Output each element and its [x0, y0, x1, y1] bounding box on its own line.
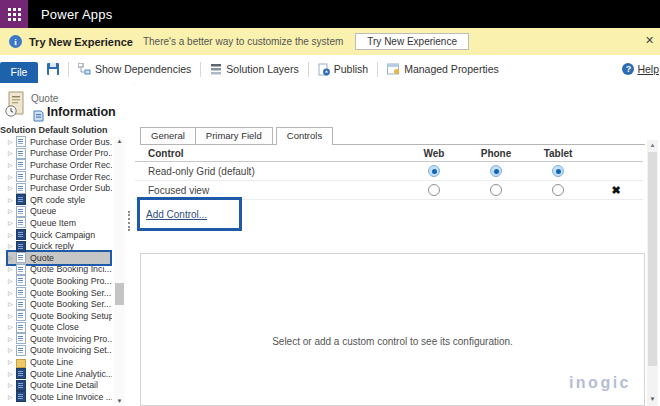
tree-item[interactable]: Purchase Order Sub... [8, 182, 112, 194]
main-scrollbar[interactable] [647, 140, 658, 406]
entity-tree: Purchase Order Bus... Purchase Order Pro… [0, 136, 112, 406]
pane-splitter-grip[interactable] [128, 211, 130, 231]
scroll-down-icon[interactable] [647, 394, 658, 404]
tree-item[interactable]: Queue [8, 206, 112, 218]
managed-properties-label: Managed Properties [404, 63, 499, 75]
tree-scrollbar-thumb[interactable] [115, 283, 124, 305]
power-apps-window: Power Apps i Try New Experience There's … [0, 0, 660, 406]
entity-icon [16, 159, 26, 170]
tree-item[interactable]: Quick Campaign [8, 229, 112, 241]
radio-tablet[interactable] [552, 184, 564, 196]
tree-item[interactable]: Purchase Order Rec... [8, 171, 112, 183]
tab[interactable]: Controls [276, 127, 333, 145]
expand-icon[interactable] [8, 313, 16, 319]
dependencies-icon [78, 63, 91, 75]
expand-icon[interactable] [8, 301, 16, 307]
expand-icon[interactable] [8, 278, 16, 284]
radio-web[interactable] [428, 165, 440, 177]
expand-icon[interactable] [8, 394, 16, 400]
expand-icon[interactable] [8, 208, 16, 214]
tree-item[interactable]: Quote Invoicing Pro... [8, 333, 112, 345]
tree-item[interactable]: Purchase Order Rec... [8, 159, 112, 171]
save-button[interactable] [47, 63, 59, 75]
tree-item[interactable]: Quick reply [8, 240, 112, 252]
main-scrollbar-thumb[interactable] [648, 152, 657, 366]
managed-properties-button[interactable]: Managed Properties [387, 63, 499, 75]
expand-icon[interactable] [8, 243, 16, 249]
expand-icon[interactable] [8, 371, 16, 377]
publish-button[interactable]: Publish [318, 63, 368, 76]
solution-layers-button[interactable]: Solution Layers [210, 63, 298, 75]
expand-icon[interactable] [8, 255, 16, 261]
expand-icon[interactable] [8, 382, 16, 388]
tree-item[interactable]: Quote Invoicing Set... [8, 345, 112, 357]
add-control-link[interactable]: Add Control... [146, 209, 207, 220]
tree-item[interactable]: Queue Item [8, 217, 112, 229]
tree-item[interactable]: Quote [8, 252, 110, 264]
header-phone: Phone [465, 148, 527, 159]
toolbar-separator [200, 62, 201, 77]
scroll-up-icon[interactable] [114, 136, 125, 146]
tree-item[interactable]: QR code style [8, 194, 112, 206]
solution-layers-label: Solution Layers [226, 63, 298, 75]
entity-icon [16, 391, 26, 402]
scroll-down-icon[interactable] [114, 396, 125, 406]
tab[interactable]: Primary Field [196, 127, 273, 144]
entity-icon [16, 229, 26, 240]
tree-item[interactable]: Quote Line [8, 356, 112, 368]
tree-item[interactable]: Quote Booking Ser... [8, 287, 112, 299]
radio-phone[interactable] [490, 165, 502, 177]
tree-item[interactable]: Quote Line Detail [8, 379, 112, 391]
tree-item-label: Quote Booking Setup [30, 311, 112, 321]
toolbar-separator [68, 62, 69, 77]
expand-icon[interactable] [8, 336, 16, 342]
radio-tablet[interactable] [552, 165, 564, 177]
expand-icon[interactable] [8, 197, 16, 203]
tree-item[interactable]: Purchase Order Bus... [8, 136, 112, 148]
expand-icon[interactable] [8, 139, 16, 145]
information-icon [33, 108, 44, 126]
expand-icon[interactable] [8, 232, 16, 238]
remove-control-icon[interactable]: ✖ [589, 184, 643, 197]
tree-item[interactable]: Quote Line Invoice ... [8, 391, 112, 403]
expand-icon[interactable] [8, 290, 16, 296]
tree-item-label: Quick Campaign [30, 230, 95, 240]
expand-icon[interactable] [8, 174, 16, 180]
expand-icon[interactable] [8, 324, 16, 330]
tree-scrollbar[interactable] [114, 136, 125, 406]
expand-icon[interactable] [8, 359, 16, 365]
tree-item-label: Purchase Order Sub... [30, 183, 112, 193]
tree-item-label: Quote Line Invoice ... [30, 392, 112, 402]
expand-icon[interactable] [8, 162, 16, 168]
entity-icon [16, 368, 26, 379]
tree-item[interactable]: Quote Close [8, 322, 112, 334]
tree-item[interactable]: Quote Booking Inci... [8, 264, 112, 276]
tree-item[interactable]: Quote Booking Pro... [8, 275, 112, 287]
radio-phone[interactable] [490, 184, 502, 196]
expand-icon[interactable] [8, 220, 16, 226]
tree-item-label: Quote Line Analytic... [30, 369, 112, 379]
entity-icon [16, 136, 26, 147]
tree-item[interactable]: Quote Booking Setup [8, 310, 112, 322]
app-launcher-waffle-icon[interactable] [0, 0, 28, 28]
entity-configuration-panel: GeneralPrimary FieldControls Control Web… [135, 83, 660, 406]
show-dependencies-button[interactable]: Show Dependencies [78, 63, 191, 75]
expand-icon[interactable] [8, 266, 16, 272]
try-new-experience-button[interactable]: Try New Experience [355, 33, 469, 50]
entity-icon [16, 322, 26, 333]
expand-icon[interactable] [8, 347, 16, 353]
tree-item-label: Quote Booking Pro... [30, 276, 112, 286]
help-button[interactable]: ? Help [622, 55, 660, 83]
expand-icon[interactable] [8, 150, 16, 156]
tree-item[interactable]: Purchase Order Pro... [8, 148, 112, 160]
scroll-up-icon[interactable] [647, 140, 658, 150]
tree-item[interactable]: Quote Booking Ser... [8, 298, 112, 310]
close-icon[interactable]: ✕ [645, 34, 659, 47]
tree-item-label: Queue Item [30, 218, 76, 228]
tab[interactable]: General [140, 127, 196, 144]
file-menu-button[interactable]: File [0, 62, 38, 83]
expand-icon[interactable] [8, 185, 16, 191]
tree-item[interactable]: Quote Line Analytic... [8, 368, 112, 380]
control-row[interactable]: Read-only Grid (default) [135, 162, 643, 181]
radio-web[interactable] [428, 184, 440, 196]
